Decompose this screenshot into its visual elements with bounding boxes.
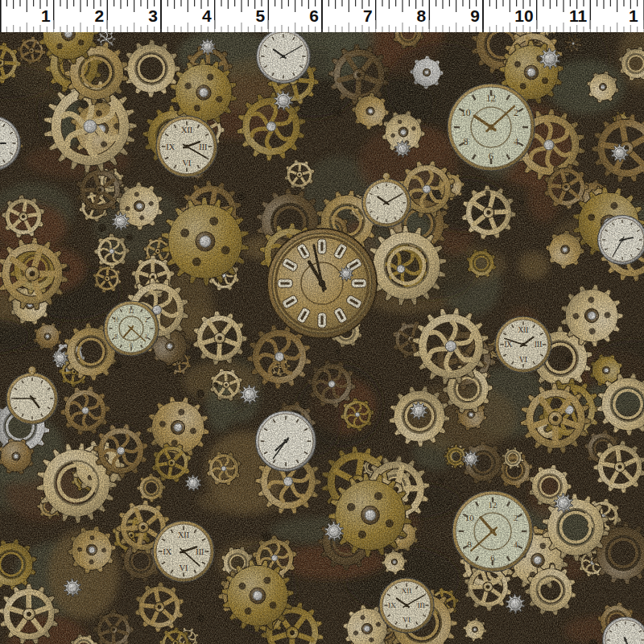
inch-ruler: 12345678910111 bbox=[0, 0, 644, 32]
ruler-number: 8 bbox=[417, 6, 427, 25]
ruler-canvas: 12345678910111 bbox=[0, 0, 644, 32]
ruler-number: 2 bbox=[95, 6, 105, 25]
ruler-number: 4 bbox=[202, 6, 212, 25]
ruler-number: 10 bbox=[514, 6, 533, 25]
grain-overlay-light bbox=[0, 32, 644, 644]
ruler-number-clipped: 1 bbox=[629, 6, 638, 25]
ruler-number: 5 bbox=[256, 6, 266, 25]
fabric-canvas: 12246810XIIIIIVIIX12246810XIIIIIVIIXXIII… bbox=[0, 32, 644, 644]
ruler-number: 3 bbox=[148, 6, 158, 25]
ruler-number: 9 bbox=[470, 6, 480, 25]
fabric-product-photo: 12345678910111 12246810XIIIIIVIIX1224681… bbox=[0, 0, 644, 644]
fabric-swatch: 12246810XIIIIIVIIX12246810XIIIIIVIIXXIII… bbox=[0, 32, 644, 644]
ruler-number: 7 bbox=[363, 6, 373, 25]
ruler-number: 6 bbox=[309, 6, 319, 25]
ruler-number: 1 bbox=[41, 6, 51, 25]
ruler-number: 11 bbox=[569, 6, 588, 25]
